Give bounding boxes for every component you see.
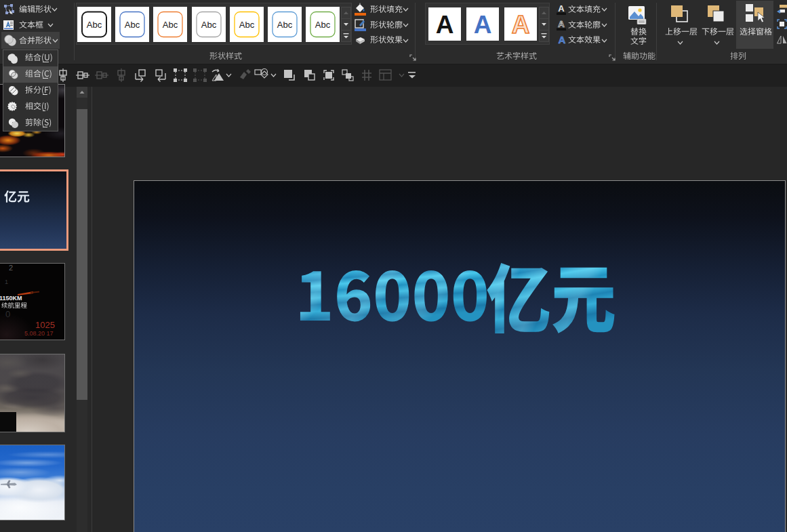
- svg-text:Abc: Abc: [277, 20, 293, 30]
- svg-text:5.08.20 17: 5.08.20 17: [24, 330, 54, 337]
- svg-text:A: A: [558, 19, 565, 29]
- svg-text:A: A: [436, 11, 454, 39]
- svg-text:Abc: Abc: [87, 20, 102, 30]
- svg-text:A: A: [474, 11, 492, 39]
- svg-text:2: 2: [9, 264, 13, 272]
- svg-text:A: A: [512, 11, 530, 39]
- svg-text:A: A: [558, 3, 565, 14]
- svg-text:1: 1: [5, 279, 8, 285]
- svg-text:Abc: Abc: [163, 20, 178, 30]
- svg-text:Abc: Abc: [239, 20, 255, 30]
- svg-text:1025: 1025: [35, 320, 55, 330]
- svg-text:A: A: [559, 34, 566, 45]
- svg-text:Abc: Abc: [125, 20, 140, 30]
- svg-text:Abc: Abc: [315, 20, 331, 30]
- svg-text:Abc: Abc: [201, 20, 216, 30]
